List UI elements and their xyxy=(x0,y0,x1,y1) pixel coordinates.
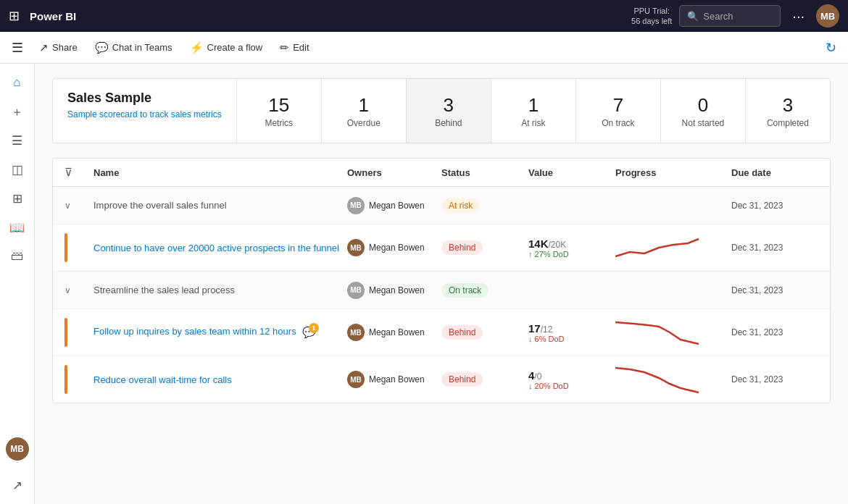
progress-chart xyxy=(615,316,702,348)
metric-number: 15 xyxy=(268,94,289,117)
row-name[interactable]: Improve the overall sales funnel xyxy=(93,200,227,211)
metric-label: Overdue xyxy=(347,118,381,128)
filter-icon[interactable]: ⊽ xyxy=(65,166,93,179)
sidebar-expand-icon[interactable]: ↗ xyxy=(4,472,30,498)
metric-card-overdue[interactable]: 1 Overdue xyxy=(322,79,407,143)
value-sub: ↓ 6% DoD xyxy=(528,335,615,343)
row-name[interactable]: Reduce overall wait-time for calls xyxy=(93,374,232,385)
trial-info: PPU Trial: 56 days left xyxy=(631,6,672,27)
waffle-icon[interactable]: ⊞ xyxy=(9,8,20,24)
chevron-down-icon[interactable]: ∨ xyxy=(65,201,71,211)
value-denom: /20K xyxy=(549,240,567,250)
sidebar-create-icon[interactable]: ＋ xyxy=(4,98,30,125)
row-name-cell: Reduce overall wait-time for calls xyxy=(93,374,347,385)
row-name[interactable]: Continue to have over 20000 active prosp… xyxy=(93,243,339,253)
owner-avatar: MB xyxy=(347,239,365,256)
metric-label: At risk xyxy=(521,118,545,128)
row-name-cell: Follow up inquires by sales team within … xyxy=(93,326,347,339)
metric-card-behind[interactable]: 3 Behind xyxy=(407,79,491,143)
column-header-value: Value xyxy=(528,167,615,178)
sidebar-avatar[interactable]: MB xyxy=(6,437,29,461)
notification-wrapper: 💬 1 xyxy=(302,326,316,339)
column-header-due-date: Due date xyxy=(731,167,818,178)
row-name[interactable]: Streamline the sales lead process xyxy=(93,285,235,295)
left-bar xyxy=(65,365,67,394)
owner-name: Megan Bowen xyxy=(369,243,425,253)
create-flow-button[interactable]: ⚡ Create a flow xyxy=(183,38,270,57)
user-avatar[interactable]: MB xyxy=(816,4,839,28)
scorecard-title-block: Sales Sample Sample scorecard to track s… xyxy=(53,79,237,143)
value-denom: /12 xyxy=(541,324,553,335)
owner-name: Megan Bowen xyxy=(369,285,425,295)
share-icon: ↗ xyxy=(39,41,49,54)
left-bar xyxy=(65,318,67,347)
status-cell: Behind xyxy=(441,240,528,255)
row-name-cell: Continue to have over 20000 active prosp… xyxy=(93,243,347,253)
nav-toggle-icon[interactable]: ☰ xyxy=(12,40,23,56)
row-indent xyxy=(65,233,93,262)
status-badge: At risk xyxy=(441,198,480,213)
row-indent xyxy=(65,365,93,394)
row-name-cell: Streamline the sales lead process xyxy=(93,285,347,295)
due-date: Dec 31, 2023 xyxy=(731,374,818,385)
status-cell: On track xyxy=(441,283,528,298)
status-cell: Behind xyxy=(441,325,528,340)
chevron-down-icon[interactable]: ∨ xyxy=(65,285,71,295)
edit-icon: ✏ xyxy=(280,41,289,54)
sidebar-metrics-icon[interactable]: 🗃 xyxy=(4,243,30,269)
metric-number: 0 xyxy=(698,94,708,117)
metric-card-not-started[interactable]: 0 Not started xyxy=(661,79,746,143)
value-cell: 4/0 ↓ 20% DoD xyxy=(528,369,615,390)
owner-cell: MB Megan Bowen xyxy=(347,324,441,341)
metric-number: 7 xyxy=(613,94,623,117)
metric-card-completed[interactable]: 3 Completed xyxy=(746,79,830,143)
owner-name: Megan Bowen xyxy=(369,327,425,337)
sidebar-browse-icon[interactable]: ☰ xyxy=(4,127,30,154)
metric-label: Metrics xyxy=(265,118,293,128)
sidebar-apps-icon[interactable]: ⊞ xyxy=(4,185,30,211)
metric-card-on-track[interactable]: 7 On track xyxy=(576,79,661,143)
sidebar-home-icon[interactable]: ⌂ xyxy=(4,70,30,96)
value-denom: /0 xyxy=(534,371,541,382)
owner-cell: MB Megan Bowen xyxy=(347,197,441,214)
due-date: Dec 31, 2023 xyxy=(731,243,818,253)
metric-number: 3 xyxy=(783,94,793,117)
status-cell: Behind xyxy=(441,372,528,387)
column-header-owners: Owners xyxy=(347,167,441,178)
metrics-table: ⊽ Name Owners Status Value Progress Due … xyxy=(52,158,831,403)
scorecard-title: Sales Sample xyxy=(67,91,222,106)
owner-avatar: MB xyxy=(347,282,365,299)
search-box[interactable]: 🔍 xyxy=(679,5,781,27)
toolbar: ☰ ↗ Share 💬 Chat in Teams ⚡ Create a flo… xyxy=(0,32,848,64)
table-header-row: ⊽ Name Owners Status Value Progress Due … xyxy=(53,159,830,187)
search-icon: 🔍 xyxy=(687,11,699,22)
refresh-icon[interactable]: ↻ xyxy=(826,40,836,56)
metric-card-at-risk[interactable]: 1 At risk xyxy=(491,79,576,143)
notification-badge: 1 xyxy=(309,323,319,333)
row-name[interactable]: Follow up inquires by sales team within … xyxy=(93,326,296,337)
search-input[interactable] xyxy=(703,11,773,22)
metric-label: Completed xyxy=(767,118,809,128)
due-date: Dec 31, 2023 xyxy=(731,201,818,211)
share-button[interactable]: ↗ Share xyxy=(32,38,85,57)
status-badge: Behind xyxy=(441,240,483,255)
value-main: 14K xyxy=(528,238,549,250)
table-row: Continue to have over 20000 active prosp… xyxy=(53,224,830,272)
sidebar-cloud-icon[interactable]: ◫ xyxy=(4,156,30,182)
column-header-name: Name xyxy=(93,167,347,178)
sidebar-learn-icon[interactable]: 📖 xyxy=(4,214,30,240)
table-row: ∨ Streamline the sales lead process MB M… xyxy=(53,272,830,309)
chat-in-teams-button[interactable]: 💬 Chat in Teams xyxy=(88,38,180,57)
value-sub: ↓ 20% DoD xyxy=(528,382,615,390)
more-options-button[interactable]: ··· xyxy=(788,8,809,25)
metric-label: On track xyxy=(602,118,634,128)
metric-number: 3 xyxy=(444,94,454,117)
edit-button[interactable]: ✏ Edit xyxy=(273,38,316,57)
metric-card-metrics[interactable]: 15 Metrics xyxy=(237,79,322,143)
teams-icon: 💬 xyxy=(95,41,109,54)
due-date: Dec 31, 2023 xyxy=(731,285,818,295)
table-row: ∨ Improve the overall sales funnel MB Me… xyxy=(53,187,830,224)
status-cell: At risk xyxy=(441,198,528,213)
layout: ⌂ ＋ ☰ ◫ ⊞ 📖 🗃 MB ↗ Sales Sample Sample s… xyxy=(0,64,848,504)
app-logo: Power BI xyxy=(30,10,76,22)
